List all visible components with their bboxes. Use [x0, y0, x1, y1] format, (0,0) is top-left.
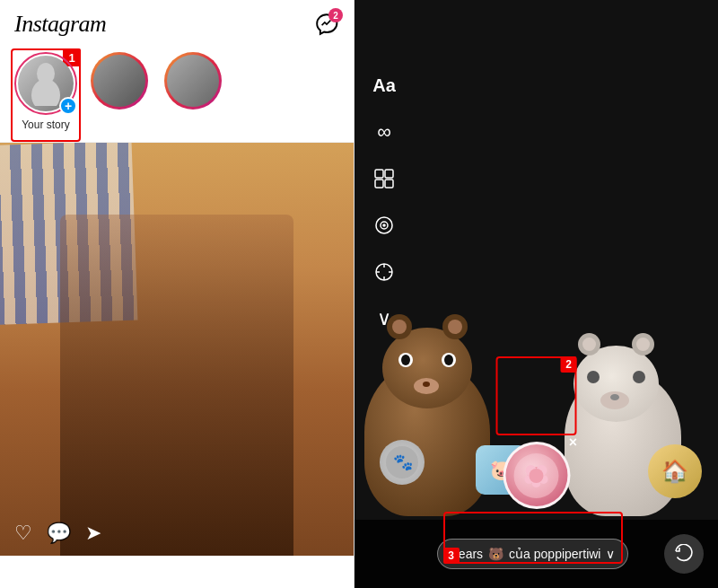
share-icon[interactable]: ➤: [85, 522, 101, 545]
add-story-button[interactable]: +: [59, 97, 77, 115]
center-sticker[interactable]: [503, 442, 570, 509]
close-sticker-button[interactable]: ×: [569, 434, 577, 451]
svg-point-8: [383, 224, 385, 226]
sticker-inner: [514, 453, 559, 498]
white-bear-right-ear-inner: [636, 338, 650, 351]
flip-camera-button[interactable]: [664, 534, 704, 574]
bear-left-eye: [398, 353, 413, 367]
bear-snout: [414, 378, 439, 394]
like-icon[interactable]: ♡: [14, 522, 32, 545]
bear-nose: [423, 382, 430, 387]
story-tools-sidebar: Aa ∞ ∨: [371, 72, 398, 332]
bear-right-pupil: [444, 355, 453, 365]
annotation-3-box: 3: [443, 512, 623, 564]
svg-rect-5: [385, 180, 393, 188]
left-sticker[interactable]: 🐾: [380, 440, 425, 485]
circle-tool[interactable]: [371, 212, 398, 239]
white-bear-snout: [600, 391, 629, 409]
messenger-button[interactable]: 2: [314, 12, 339, 37]
infinity-tool[interactable]: ∞: [371, 118, 398, 145]
white-bear-left-eye: [587, 371, 600, 383]
bear-head: [382, 328, 472, 408]
story-avatar-2: [93, 55, 145, 107]
app-header: Instagram 2: [0, 0, 354, 45]
story-item-3[interactable]: [162, 52, 224, 131]
post-actions: ♡ 💬 ➤: [0, 522, 354, 545]
story-bottom-bar: 3 Bears 🐻 của poppipertiwi ∨: [355, 520, 718, 588]
text-tool[interactable]: Aa: [371, 72, 398, 99]
svg-point-1: [31, 79, 60, 106]
filter-info-wrapper: 3 Bears 🐻 của poppipertiwi ∨: [437, 539, 629, 569]
house-sticker[interactable]: 🏠: [648, 444, 702, 498]
bear-right-ear-inner: [448, 320, 462, 334]
app-logo: Instagram: [14, 11, 106, 38]
center-sticker-container: 2 ×: [503, 442, 570, 509]
left-panel: Instagram 2 1: [0, 0, 355, 588]
annotation-3-number: 3: [443, 548, 460, 564]
white-bear-nose: [610, 394, 619, 400]
svg-rect-3: [385, 170, 393, 178]
feed-post: ♡ 💬 ➤: [0, 143, 354, 556]
annotation-2-box: 2: [496, 356, 577, 435]
white-bear-left-ear-inner: [582, 338, 596, 351]
story-item-2[interactable]: [88, 52, 151, 131]
layout-tool[interactable]: [371, 165, 398, 192]
bear-right-eye: [442, 353, 456, 367]
white-bear-right-ear: [632, 333, 654, 355]
stories-row: 1 + Your story: [0, 45, 354, 143]
chevron-down-tool[interactable]: ∨: [371, 305, 398, 332]
bear-right-ear: [442, 314, 468, 339]
svg-rect-2: [375, 170, 383, 178]
header-icons: 2: [314, 12, 339, 37]
your-story-avatar-wrapper[interactable]: +: [14, 52, 77, 115]
story-ring-3: [164, 52, 222, 110]
post-person-overlay: [60, 215, 293, 556]
story-ring-2: [91, 52, 148, 110]
svg-text:🐾: 🐾: [393, 452, 414, 472]
your-story-item[interactable]: 1 + Your story: [14, 52, 77, 131]
story-editor-panel: Aa ∞ ∨: [355, 0, 718, 588]
bear-left-pupil: [401, 355, 410, 365]
annotation-2-number: 2: [561, 356, 577, 373]
svg-point-22: [530, 469, 544, 483]
white-bear-right-eye: [633, 371, 645, 383]
svg-rect-4: [375, 180, 383, 188]
white-bear-head: [574, 346, 659, 422]
comment-icon[interactable]: 💬: [47, 522, 71, 545]
crosshair-tool[interactable]: [371, 259, 398, 285]
white-bear-left-ear: [578, 333, 600, 355]
story-avatar-3: [167, 55, 219, 107]
messenger-badge: 2: [328, 8, 343, 22]
